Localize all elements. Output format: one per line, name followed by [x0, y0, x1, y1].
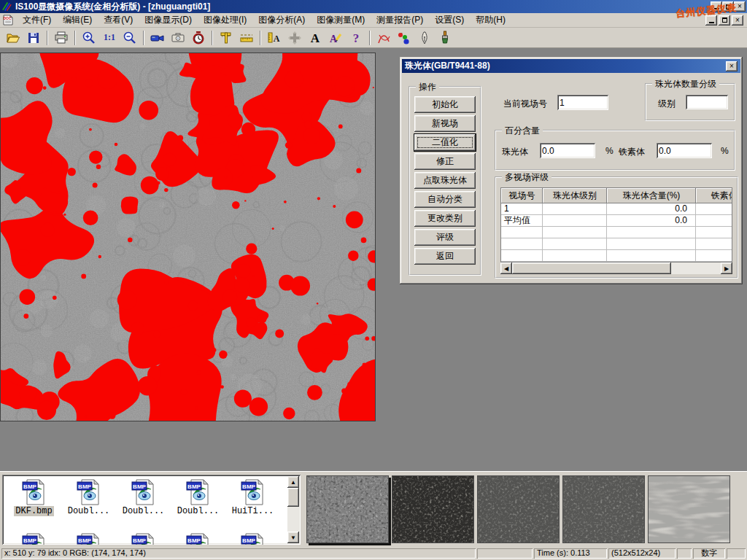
restore-button[interactable] [722, 1, 734, 12]
file-name[interactable]: DKF.bmp [14, 506, 53, 516]
bmp-file-icon: BMP [76, 533, 102, 545]
video-camera-icon[interactable] [148, 29, 167, 47]
scrollbar-thumb[interactable] [512, 262, 671, 274]
file-item[interactable]: BMP [116, 533, 171, 545]
dialog-button[interactable]: 点取珠光体 [414, 172, 476, 189]
bmp-file-icon: BMP [131, 533, 157, 545]
table-cell [696, 238, 732, 250]
menu-item[interactable]: 图像测量(M) [311, 12, 371, 28]
file-list-scrollbar[interactable]: ▲ ▼ [287, 476, 299, 543]
scroll-up-icon[interactable]: ▲ [287, 476, 299, 488]
file-item[interactable]: BMP [225, 533, 280, 545]
table-header-cell[interactable]: 视场号 [501, 188, 543, 203]
file-list[interactable]: BMPDKF.bmpBMPDoubl...BMPDoubl...BMPDoubl… [2, 475, 301, 545]
mdi-close-button[interactable]: × [732, 15, 743, 26]
document-icon: DOC [2, 15, 14, 26]
scrollbar-thumb[interactable] [287, 488, 299, 507]
scroll-right-icon[interactable]: ▶ [721, 262, 732, 274]
status-mode: 数字 [693, 548, 725, 559]
table-cell [607, 238, 696, 250]
table-row[interactable]: 10.0 [501, 203, 732, 215]
menu-item[interactable]: 测量报告(P) [371, 12, 429, 28]
file-item[interactable]: BMP [61, 533, 116, 545]
dialog-button[interactable]: 初始化 [414, 96, 476, 113]
thumbnail-3[interactable] [477, 475, 560, 543]
dialog-close-icon[interactable]: × [726, 61, 738, 71]
caliper-icon[interactable] [217, 29, 236, 47]
table-row[interactable]: 平均值0.0 [501, 215, 732, 227]
dialog-button[interactable]: 二值化 [414, 134, 476, 151]
file-row-2: BMPBMPBMPBMPBMP [7, 533, 280, 545]
svg-text:BMP: BMP [133, 483, 146, 490]
menu-item[interactable]: 图像处理(I) [198, 12, 252, 28]
current-field-input[interactable] [557, 95, 608, 110]
grade-input[interactable] [686, 95, 728, 109]
text-icon[interactable]: A [306, 29, 325, 47]
file-name[interactable]: Doubl... [121, 506, 166, 516]
curve-icon[interactable] [374, 29, 393, 47]
mdi-minimize-button[interactable] [705, 15, 717, 26]
dialog-button[interactable]: 修正 [414, 153, 476, 170]
ferrite-percent-input[interactable] [657, 143, 712, 158]
ruler-icon[interactable] [237, 29, 256, 47]
move-icon[interactable] [285, 29, 304, 47]
help-icon[interactable]: ? [347, 29, 365, 47]
dialog-button[interactable]: 返回 [414, 248, 476, 265]
file-name[interactable]: Doubl... [176, 506, 221, 516]
application-window: IS100显微摄像系统(金相分析版) - [zhuguangti01] × 台州… [0, 0, 747, 560]
pearlite-dialog: 珠光体(GB/T9441-88) × 操作 初始化新视场二值化修正点取珠光体自动… [400, 57, 743, 284]
menu-item[interactable]: 编辑(E) [57, 12, 98, 28]
close-button[interactable]: × [734, 1, 746, 12]
svg-text:A: A [311, 31, 320, 45]
file-item[interactable]: BMPDKF.bmp [7, 479, 61, 516]
photo-camera-icon[interactable] [169, 29, 187, 47]
file-item[interactable]: BMPDoubl... [61, 479, 116, 516]
thumbnail-2[interactable] [392, 475, 474, 543]
file-name[interactable]: Doubl... [66, 506, 112, 516]
table-cell [543, 250, 607, 262]
open-icon[interactable] [4, 29, 23, 47]
minimize-button[interactable] [711, 1, 722, 12]
table-horizontal-scrollbar[interactable]: ◀ ▶ [500, 262, 732, 274]
menu-item[interactable]: 图像分析(A) [252, 12, 311, 28]
file-item[interactable]: BMPDoubl... [116, 479, 171, 516]
menu-item[interactable]: 图像显示(D) [139, 12, 198, 28]
thumbnail-4[interactable] [562, 475, 645, 543]
file-item[interactable]: BMPHuiTi... [225, 479, 280, 516]
table-header-cell[interactable]: 珠光体含量(%) [607, 188, 696, 203]
save-icon[interactable] [24, 29, 43, 47]
clock-icon[interactable] [189, 29, 208, 47]
file-item[interactable]: BMP [7, 533, 61, 545]
microstructure-image[interactable] [0, 52, 376, 421]
scroll-down-icon[interactable]: ▼ [287, 532, 299, 543]
brush-icon[interactable] [436, 29, 454, 47]
dialog-title-bar[interactable]: 珠光体(GB/T9441-88) × [402, 59, 740, 73]
print-icon[interactable] [52, 29, 71, 47]
scroll-left-icon[interactable]: ◀ [500, 262, 512, 274]
file-item[interactable]: BMP [171, 533, 225, 545]
pen-icon[interactable] [415, 29, 434, 47]
dialog-button[interactable]: 自动分类 [414, 191, 476, 208]
annotate-icon[interactable]: A [326, 29, 345, 47]
table-header-cell[interactable]: 铁素体含量(%) [696, 188, 732, 203]
menu-item[interactable]: 查看(V) [98, 12, 139, 28]
thumbnail-1[interactable] [306, 475, 389, 543]
mdi-restore-button[interactable] [719, 15, 730, 26]
actual-size-icon[interactable]: 1:1 [100, 29, 119, 47]
dialog-button[interactable]: 更改类别 [414, 210, 476, 227]
table-header-cell[interactable]: 珠光体级别 [543, 188, 607, 203]
svg-text:BMP: BMP [23, 483, 36, 490]
thumbnail-5[interactable] [648, 475, 730, 543]
menu-item[interactable]: 文件(F) [17, 12, 57, 28]
pearlite-percent-input[interactable] [540, 143, 595, 158]
file-item[interactable]: BMPDoubl... [171, 479, 225, 516]
file-name[interactable]: HuiTi... [231, 506, 276, 516]
classify-icon[interactable] [395, 29, 414, 47]
dialog-button[interactable]: 新视场 [414, 115, 476, 132]
zoom-in-icon[interactable] [80, 29, 98, 47]
measure-text-icon[interactable]: A [265, 29, 284, 47]
dialog-button[interactable]: 评级 [414, 229, 476, 246]
menu-item[interactable]: 帮助(H) [470, 12, 511, 28]
zoom-out-icon[interactable] [120, 29, 139, 47]
menu-item[interactable]: 设置(S) [429, 12, 470, 28]
